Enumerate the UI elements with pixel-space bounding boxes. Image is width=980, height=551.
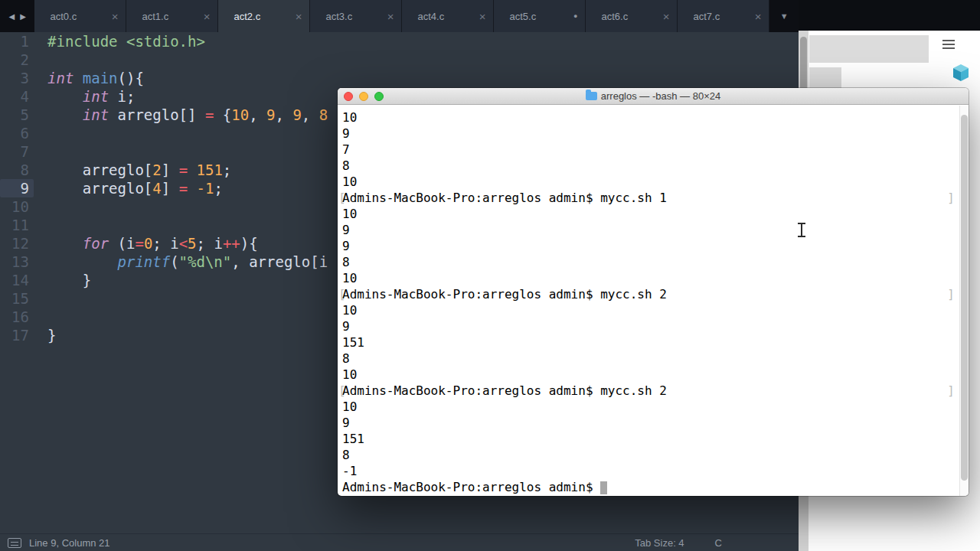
status-bar: Line 9, Column 21 Tab Size: 4 C (0, 533, 799, 551)
code-text (34, 216, 47, 234)
code-text: arreglo[4] = -1; (34, 179, 223, 197)
background-top-strip (799, 0, 980, 31)
terminal-line: 9 (342, 238, 955, 254)
terminal-line: 151 (342, 431, 955, 447)
terminal-text: 8 (342, 158, 350, 173)
terminal-line: 8 (342, 254, 955, 270)
line-number: 10 (0, 197, 34, 216)
code-line[interactable]: 3int main(){ (0, 69, 799, 87)
tab-act0.c[interactable]: act0.c× (34, 0, 126, 32)
terminal-line: 9 (342, 318, 955, 334)
prompt-mark-right: ] (947, 190, 955, 206)
code-text: int arreglo[] = {10, 9, 9, 8 (34, 106, 328, 124)
line-number: 15 (0, 289, 34, 308)
line-number: 3 (0, 69, 34, 87)
tab-label: act2.c (234, 11, 295, 22)
terminal-text: 10 (342, 174, 357, 189)
close-tab-icon[interactable]: × (479, 11, 486, 22)
line-number: 1 (0, 32, 34, 51)
tab-label: act7.c (693, 11, 754, 22)
close-tab-icon[interactable]: × (755, 11, 762, 22)
terminal-line: [Admins-MacBook-Pro:arreglos admin$ mycc… (342, 383, 955, 399)
line-number: 2 (0, 51, 34, 69)
terminal-titlebar[interactable]: arreglos — -bash — 80×24 (338, 88, 969, 105)
terminal-text: 151 (342, 432, 364, 446)
terminal-text: Admins-MacBook-Pro:arreglos admin$ (342, 480, 600, 494)
prompt-mark-left: [ (338, 286, 346, 302)
tab-overflow-button[interactable]: ▼ (769, 0, 799, 32)
tab-strip: act0.c×act1.c×act2.c×act3.c×act4.c×act5.… (34, 0, 769, 32)
terminal-line: 10 (342, 302, 955, 318)
terminal-line: [Admins-MacBook-Pro:arreglos admin$ mycc… (342, 286, 955, 302)
terminal-text: 8 (342, 351, 350, 366)
code-text: int main(){ (34, 69, 144, 87)
terminal-title: arreglos — -bash — 80×24 (338, 90, 969, 102)
syntax-label[interactable]: C (715, 537, 722, 549)
current-line-number: 9 (0, 179, 34, 197)
tab-act7.c[interactable]: act7.c× (678, 0, 769, 32)
terminal-text: 8 (342, 255, 350, 269)
terminal-scrollbar[interactable] (959, 106, 969, 496)
terminal-line: 10 (342, 206, 955, 222)
terminal-text: 10 (342, 207, 357, 221)
tab-act4.c[interactable]: act4.c× (402, 0, 494, 32)
terminal-line: [Admins-MacBook-Pro:arreglos admin$ mycc… (342, 190, 955, 206)
close-tab-icon[interactable]: × (204, 11, 211, 22)
terminal-scrollbar-handle[interactable] (961, 115, 968, 481)
tab-scroll-right-icon[interactable]: ▶ (20, 12, 26, 21)
code-text: arreglo[2] = 151; (34, 161, 231, 179)
tab-act2.c[interactable]: act2.c× (218, 0, 310, 32)
close-tab-icon[interactable]: × (296, 11, 302, 22)
package-cube-icon (953, 64, 969, 84)
status-bar-icon[interactable] (8, 538, 21, 548)
tab-label: act0.c (50, 11, 111, 22)
terminal-text: 9 (342, 223, 350, 237)
terminal-line: 10 (342, 109, 955, 126)
terminal-line: 7 (342, 142, 955, 158)
ibeam-mouse-cursor (797, 223, 806, 237)
terminal-line: 8 (342, 350, 955, 367)
close-tab-icon[interactable]: × (663, 11, 670, 22)
line-number: 13 (0, 253, 34, 271)
tab-act5.c[interactable]: act5.c● (494, 0, 586, 32)
terminal-text: 9 (342, 416, 350, 430)
terminal-line: 10 (342, 270, 955, 286)
terminal-title-text: arreglos — -bash — 80×24 (601, 90, 720, 102)
code-text: } (34, 326, 56, 344)
line-number: 17 (0, 326, 34, 344)
tab-scroll-arrows: ◀ ▶ (0, 0, 34, 32)
prompt-mark-right: ] (947, 383, 955, 399)
line-number: 6 (0, 124, 34, 142)
prompt-mark-left: [ (338, 383, 346, 399)
terminal-line: -1 (342, 463, 955, 479)
line-number: 11 (0, 216, 34, 234)
close-tab-icon[interactable]: × (387, 11, 394, 22)
code-text (34, 289, 47, 308)
terminal-text: 9 (342, 239, 350, 253)
tab-scroll-left-icon[interactable]: ◀ (9, 12, 15, 21)
code-text (34, 124, 47, 142)
line-number: 5 (0, 106, 34, 124)
terminal-text: Admins-MacBook-Pro:arreglos admin$ mycc.… (342, 191, 667, 205)
code-text: } (34, 271, 91, 289)
code-text (34, 308, 47, 326)
code-line[interactable]: 1#include <stdio.h> (0, 32, 799, 51)
tab-label: act4.c (417, 11, 479, 22)
background-content-block (809, 35, 929, 63)
line-number: 16 (0, 308, 34, 326)
line-number: 7 (0, 142, 34, 161)
tab-act6.c[interactable]: act6.c× (586, 0, 678, 32)
tab-size-label[interactable]: Tab Size: 4 (635, 537, 684, 549)
modified-dot-icon[interactable]: ● (573, 12, 577, 20)
terminal-text: 10 (342, 110, 357, 125)
code-line[interactable]: 2 (0, 51, 799, 69)
terminal-line: 10 (342, 367, 955, 383)
menu-icon (942, 40, 955, 49)
cursor-position-label: Line 9, Column 21 (29, 537, 110, 549)
close-tab-icon[interactable]: × (112, 11, 119, 22)
tab-act3.c[interactable]: act3.c× (310, 0, 402, 32)
tab-act1.c[interactable]: act1.c× (126, 0, 218, 32)
terminal-content[interactable]: 1097810[Admins-MacBook-Pro:arreglos admi… (338, 106, 959, 496)
code-text: #include <stdio.h> (34, 32, 205, 51)
terminal-text: 8 (342, 448, 350, 462)
